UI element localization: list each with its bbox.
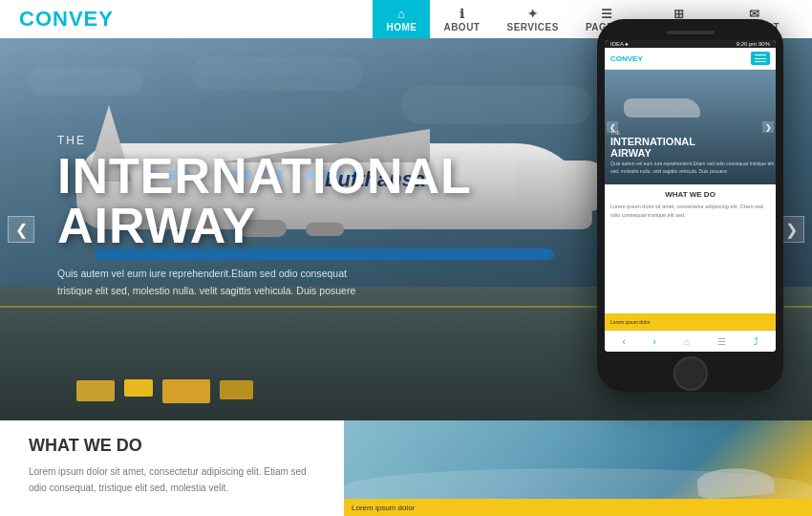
cloud	[29, 67, 143, 96]
phone-screen: IDEA ♠ 9:20 pm 90% CONVEY THE	[605, 40, 776, 352]
phone-hero: THE INTERNATIONAL AIRWAY Quis autem vel …	[605, 70, 776, 184]
cloud	[401, 86, 592, 124]
nav-home[interactable]: ⌂ HOME	[373, 0, 430, 38]
phone-bottom-nav: ‹ › ⌂ ☰ ⤴	[605, 331, 776, 352]
phone-logo: CONVEY	[610, 54, 751, 63]
home-icon: ⌂	[397, 7, 405, 21]
phone-header: CONVEY	[605, 48, 776, 70]
phone-nav-forward-icon[interactable]: ›	[653, 336, 656, 347]
hero-prev-button[interactable]: ❮	[8, 216, 34, 243]
phone-next-button[interactable]: ❯	[762, 121, 774, 133]
phone-yellow-text: Lorem ipsum dolor	[610, 319, 650, 325]
phone-prev-button[interactable]: ❮	[607, 121, 618, 133]
logo[interactable]: CONVEY	[19, 7, 114, 32]
bottom-image: Lorem ipsum dolor	[344, 420, 812, 516]
what-we-do-title: WHAT WE DO	[29, 436, 315, 456]
nav-about[interactable]: ℹ ABOUT	[430, 0, 493, 38]
phone-nav-bookmark-icon[interactable]: ☰	[717, 336, 726, 347]
phone-section-text: Lorem ipsum dolor sit amet, consectetur …	[610, 203, 770, 220]
phone-mockup: IDEA ♠ 9:20 pm 90% CONVEY THE	[597, 19, 783, 392]
about-icon: ℹ	[459, 7, 465, 21]
what-we-do-section: WHAT WE DO Lorem ipsum dolor sit amet, c…	[0, 420, 344, 516]
hero-title: INTERNATIONAL AIRWAY	[57, 151, 472, 250]
what-we-do-description: Lorem ipsum dolor sit amet, consectetur …	[29, 463, 315, 496]
phone-plane	[624, 98, 700, 118]
yellow-caption-text: Lorem ipsum dolor	[352, 504, 415, 512]
hero-text: THE INTERNATIONAL AIRWAY Quis autem vel …	[57, 134, 472, 300]
phone-speaker	[667, 31, 715, 34]
phone-nav-share-icon[interactable]: ⤴	[754, 336, 759, 347]
phone-hero-text: THE INTERNATIONAL AIRWAY Quis autem vel …	[610, 130, 776, 175]
ground-equipment	[162, 379, 210, 403]
phone-nav-home-icon[interactable]: ⌂	[684, 336, 690, 347]
phone-hero-title: INTERNATIONAL AIRWAY	[610, 136, 776, 159]
ground-equipment	[220, 380, 253, 399]
phone-menu-button[interactable]	[751, 52, 770, 65]
phone-nav-back-icon[interactable]: ‹	[622, 336, 625, 347]
services-icon: ✦	[527, 7, 539, 21]
phone-outer: IDEA ♠ 9:20 pm 90% CONVEY THE	[597, 19, 783, 392]
phone-status-bar: IDEA ♠ 9:20 pm 90%	[605, 40, 776, 48]
nav-services[interactable]: ✦ SERVICES	[493, 0, 571, 38]
yellow-caption-strip: Lorem ipsum dolor	[344, 499, 812, 516]
bottom-section: WHAT WE DO Lorem ipsum dolor sit amet, c…	[0, 420, 812, 516]
ground-equipment	[124, 379, 153, 397]
phone-home-button[interactable]	[673, 356, 708, 391]
hero-subtitle: THE	[57, 134, 472, 147]
cloud	[191, 57, 363, 91]
hero-description: Quis autem vel eum iure reprehenderit.Et…	[57, 266, 382, 300]
phone-yellow-strip: Lorem ipsum dolor	[605, 313, 776, 331]
phone-what-we-do: WHAT WE DO Lorem ipsum dolor sit amet, c…	[605, 184, 776, 226]
ground-equipment	[76, 380, 115, 401]
phone-section-title: WHAT WE DO	[610, 190, 770, 199]
